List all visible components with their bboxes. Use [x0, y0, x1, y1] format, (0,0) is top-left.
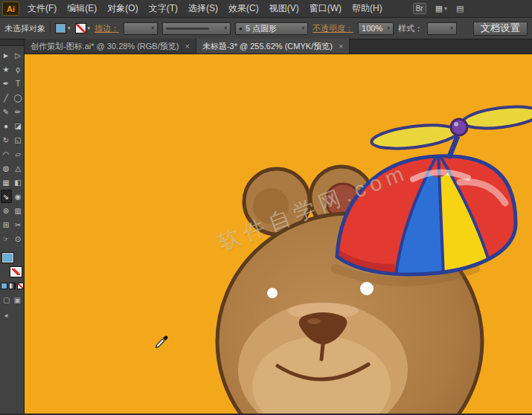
free-transform-tool[interactable]: ▱ [13, 147, 24, 161]
eraser-tool[interactable]: ◪ [13, 119, 24, 132]
bear-illustration [25, 54, 532, 414]
stroke-swatch-none[interactable] [10, 266, 22, 277]
color-mode-buttons [1, 283, 24, 289]
eyedropper-tool[interactable]: ⇘ [1, 190, 12, 203]
app-logo-ai: Ai [2, 1, 19, 16]
workspace-switcher-button[interactable]: ▤ [456, 4, 464, 13]
lasso-tool[interactable]: ϙ [13, 62, 24, 76]
tab-title: 未标题-3* @ 255.62% (CMYK/预览) [202, 41, 333, 52]
opacity-dropdown[interactable]: 100% ▾ [358, 22, 394, 35]
gradient-button[interactable] [9, 283, 16, 289]
close-icon[interactable]: × [339, 42, 343, 51]
main-area: ► ▷ ★ ϙ ✒ T ╱ ◯ ✎ ✏ ● ◪ ↻ ◱ ◠ ▱ ◍ △ ▦ ◧ [0, 39, 532, 414]
toolbar-collapse-icon[interactable]: ◄ [3, 312, 9, 319]
column-graph-tool[interactable]: ▥ [13, 204, 24, 217]
menu-object[interactable]: 对象(O) [102, 0, 143, 18]
blob-brush-tool[interactable]: ● [1, 119, 12, 132]
pencil-tool[interactable]: ✏ [13, 105, 24, 118]
fill-color-dropdown[interactable]: ▾ [55, 23, 71, 33]
tools-panel: ► ▷ ★ ϙ ✒ T ╱ ◯ ✎ ✏ ● ◪ ↻ ◱ ◠ ▱ ◍ △ ▦ ◧ [0, 39, 25, 414]
mesh-tool[interactable]: ▦ [1, 176, 12, 189]
document-column: 创作策划-图标.ai* @ 30.28% (RGB/预览) × 未标题-3* @… [25, 39, 532, 414]
selection-tool[interactable]: ► [1, 48, 12, 62]
rotate-tool[interactable]: ↻ [1, 133, 12, 147]
pen-tool[interactable]: ✒ [1, 77, 12, 90]
ellipse-tool[interactable]: ◯ [13, 91, 24, 104]
direct-selection-tool[interactable]: ▷ [13, 48, 24, 62]
menu-select[interactable]: 选择(S) [183, 0, 223, 18]
magic-wand-tool[interactable]: ★ [1, 62, 12, 76]
mode-buttons: ▢ ▣ [3, 296, 21, 304]
chevron-down-icon: ▾ [388, 25, 391, 31]
opacity-panel-link[interactable]: 不透明度： [313, 23, 353, 34]
line-segment-tool[interactable]: ╱ [1, 91, 12, 104]
stroke-color-dropdown[interactable]: ▾ [75, 23, 91, 33]
selection-status: 未选择对象 [4, 23, 45, 34]
opacity-value: 100% [362, 24, 382, 33]
width-tool[interactable]: ◠ [1, 147, 12, 161]
menu-view[interactable]: 视图(V) [264, 0, 304, 18]
none-button[interactable] [17, 283, 24, 289]
width-profile-dropdown[interactable]: ▾ [162, 22, 231, 35]
screen-mode-icon[interactable]: ▣ [14, 296, 21, 304]
chevron-down-icon: ▾ [302, 25, 305, 31]
chevron-down-icon: ▾ [88, 25, 91, 31]
main-menu: 文件(F) 编辑(E) 对象(O) 文字(T) 选择(S) 效果(C) 视图(V… [22, 0, 388, 18]
stroke-none-swatch [75, 23, 86, 33]
workspace-icon: ▤ [456, 4, 464, 13]
artboard-canvas[interactable]: 软件自学网.com [25, 54, 532, 414]
symbol-sprayer-tool[interactable]: ⊛ [1, 204, 12, 217]
stroke-panel-link[interactable]: 描边： [94, 23, 119, 34]
arrange-documents-button[interactable]: ▦ ▾ [435, 4, 447, 13]
draw-mode-icon[interactable]: ▢ [3, 296, 10, 304]
document-tab-2[interactable]: 未标题-3* @ 255.62% (CMYK/预览) × [196, 39, 350, 54]
stroke-weight-dropdown[interactable]: ▾ [124, 22, 158, 35]
tools-panel-header[interactable] [0, 39, 24, 46]
fill-color-swatch [55, 23, 66, 33]
color-button[interactable] [1, 283, 7, 289]
document-tab-1[interactable]: 创作策划-图标.ai* @ 30.28% (RGB/预览) × [25, 39, 196, 54]
document-tabbar: 创作策划-图标.ai* @ 30.28% (RGB/预览) × 未标题-3* @… [25, 39, 532, 54]
slice-tool[interactable]: ✂ [13, 218, 24, 231]
menubar-right-icons: Br ▦ ▾ ▤ [413, 3, 464, 14]
fill-stroke-indicator [1, 252, 22, 277]
scale-tool[interactable]: ◱ [13, 133, 24, 147]
paintbrush-tool[interactable]: ✎ [1, 105, 12, 118]
menu-window[interactable]: 窗口(W) [304, 0, 347, 18]
eyedropper-cursor [155, 335, 168, 349]
menu-edit[interactable]: 编辑(E) [62, 0, 102, 18]
hand-tool[interactable]: ☞ [1, 232, 12, 245]
gradient-tool[interactable]: ◧ [13, 176, 24, 189]
perspective-grid-tool[interactable]: △ [13, 161, 24, 175]
menu-file[interactable]: 文件(F) [22, 0, 62, 18]
chevron-down-icon: ▾ [152, 25, 155, 31]
close-icon[interactable]: × [185, 42, 189, 51]
chevron-down-icon: ▾ [444, 5, 447, 12]
fill-swatch[interactable] [1, 252, 14, 263]
zoom-tool[interactable]: ⊙ [13, 232, 24, 245]
style-dropdown[interactable]: ▾ [427, 22, 457, 35]
width-profile-preview [166, 28, 209, 30]
chevron-down-icon: ▾ [225, 25, 228, 31]
menu-type[interactable]: 文字(T) [144, 0, 183, 18]
shape-builder-tool[interactable]: ◍ [1, 161, 12, 175]
brush-definition-dropdown[interactable]: ● 5 点圆形 ▾ [235, 22, 308, 35]
round-brush-icon: ● [239, 25, 243, 32]
menu-effect[interactable]: 效果(C) [223, 0, 264, 18]
brush-name: 5 点圆形 [246, 23, 277, 34]
menubar: Ai 文件(F) 编辑(E) 对象(O) 文字(T) 选择(S) 效果(C) 视… [0, 0, 532, 18]
chevron-down-icon: ▾ [68, 25, 71, 31]
tool-grid: ► ▷ ★ ϙ ✒ T ╱ ◯ ✎ ✏ ● ◪ ↻ ◱ ◠ ▱ ◍ △ ▦ ◧ [1, 48, 24, 245]
bridge-button[interactable]: Br [413, 3, 426, 14]
document-setup-button[interactable]: 文档设置 [473, 22, 528, 36]
arrange-documents-icon: ▦ [435, 4, 443, 13]
menu-help[interactable]: 帮助(H) [347, 0, 388, 18]
style-label: 样式： [398, 23, 423, 34]
blend-tool[interactable]: ◉ [13, 190, 24, 203]
type-tool[interactable]: T [13, 77, 24, 90]
illustrator-window: Ai 文件(F) 编辑(E) 对象(O) 文字(T) 选择(S) 效果(C) 视… [0, 0, 532, 415]
tab-title: 创作策划-图标.ai* @ 30.28% (RGB/预览) [31, 41, 179, 52]
divider [50, 21, 51, 36]
chevron-down-icon: ▾ [451, 25, 454, 31]
artboard-tool[interactable]: ⊞ [1, 218, 12, 231]
